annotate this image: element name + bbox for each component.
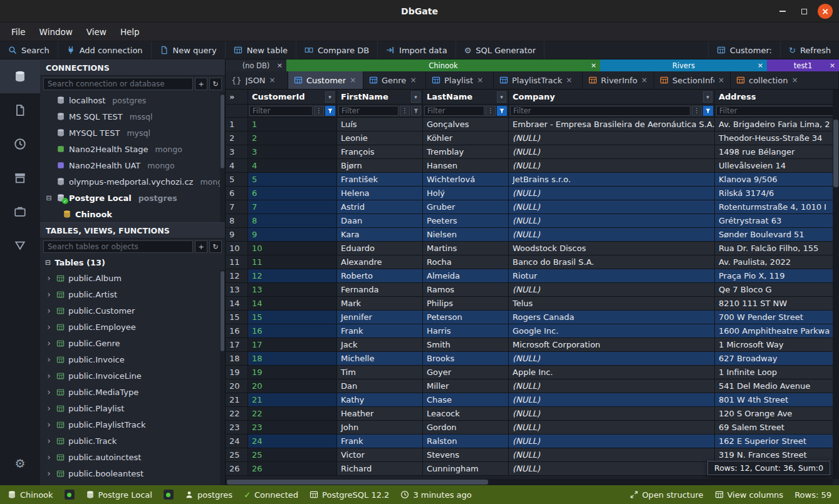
db-tab-test1[interactable]: test1×	[767, 59, 839, 71]
db-tab-no-db[interactable]: (no DB)×	[226, 59, 286, 71]
table-public-mediatype[interactable]: ›public.MediaType	[40, 384, 225, 400]
cell-firstname[interactable]: Kara	[337, 228, 423, 242]
chevron-right-icon[interactable]: ›	[45, 322, 53, 331]
chevron-right-icon[interactable]: ›	[45, 436, 53, 445]
menu-view[interactable]: View	[80, 25, 113, 39]
status-postgres[interactable]: postgres	[185, 490, 232, 500]
row-number[interactable]: 22	[226, 407, 248, 421]
chevron-right-icon[interactable]: ›	[45, 388, 53, 396]
status-3-minutes-ago[interactable]: 3 minutes ago	[400, 490, 471, 500]
cell-firstname[interactable]: Bjørn	[337, 159, 423, 173]
cell-customerid[interactable]: 12	[248, 269, 337, 283]
cell-customerid[interactable]: 13	[248, 283, 337, 297]
close-tab-icon[interactable]: ×	[566, 76, 572, 84]
cell-firstname[interactable]: Leonie	[337, 131, 423, 145]
cell-company[interactable]: Google Inc.	[509, 324, 715, 338]
toolbar-add-connection[interactable]: Add connection	[58, 41, 152, 59]
rail-archive[interactable]	[0, 161, 40, 195]
row-number[interactable]: 18	[226, 352, 248, 366]
rail-filters[interactable]	[0, 229, 40, 262]
filter-menu-button[interactable]: ⋮	[692, 106, 702, 116]
table-public-track[interactable]: ›public.Track	[40, 433, 225, 449]
toolbar-search[interactable]: Search	[0, 41, 58, 59]
row-number[interactable]: 6	[226, 187, 248, 200]
cell-lastname[interactable]: Harris	[423, 324, 509, 338]
status-view-columns[interactable]: View columns	[715, 490, 784, 500]
rail-history[interactable]	[0, 127, 40, 161]
cell-address[interactable]: Praça Pio X, 119	[715, 269, 839, 283]
chevron-right-icon[interactable]: ›	[45, 371, 53, 380]
close-tab-icon[interactable]: ×	[277, 62, 283, 69]
cell-lastname[interactable]: Stevens	[423, 448, 509, 462]
cell-address[interactable]: Rotenturmstraße 4, 1010 I	[715, 200, 839, 214]
cell-address[interactable]: Rua Dr. Falcão Filho, 155	[715, 242, 839, 255]
close-tab-icon[interactable]: ×	[350, 76, 356, 84]
cell-lastname[interactable]: Gonçalves	[423, 118, 509, 131]
filter-input-lastname[interactable]	[424, 106, 484, 116]
cell-customerid[interactable]: 14	[248, 297, 337, 311]
row-number[interactable]: 23	[226, 421, 248, 435]
tab-sectioninfo[interactable]: SectionInfo×	[654, 71, 731, 89]
status-chinook[interactable]: Chinook	[8, 490, 53, 500]
cell-address[interactable]: 319 N. Frances Street	[715, 448, 839, 462]
row-number[interactable]: 4	[226, 159, 248, 173]
rail-settings[interactable]: ⚙	[0, 446, 40, 480]
cell-customerid[interactable]: 24	[248, 435, 337, 448]
column-header-address[interactable]: Address	[715, 90, 839, 105]
cell-firstname[interactable]: Fernanda	[337, 283, 423, 297]
cell-lastname[interactable]: Gruber	[423, 200, 509, 214]
row-number[interactable]: 11	[226, 255, 248, 269]
table-public-booleantest[interactable]: ›public.booleantest	[40, 465, 225, 481]
table-public-genre[interactable]: ›public.Genre	[40, 335, 225, 351]
cell-firstname[interactable]: Roberto	[337, 269, 423, 283]
rail-applications[interactable]	[0, 195, 40, 229]
status-indicator[interactable]	[65, 490, 75, 500]
cell-customerid[interactable]: 23	[248, 421, 337, 435]
cell-customerid[interactable]: 10	[248, 242, 337, 255]
cell-customerid[interactable]: 18	[248, 352, 337, 366]
column-dropdown-icon[interactable]: ▾	[703, 91, 712, 103]
toolbar-customer[interactable]: Customer:	[708, 41, 780, 59]
rail-files[interactable]	[0, 93, 40, 127]
grid-corner-cell[interactable]: »	[226, 90, 248, 105]
cell-customerid[interactable]: 4	[248, 159, 337, 173]
cell-lastname[interactable]: Köhler	[423, 131, 509, 145]
cell-lastname[interactable]: Nielsen	[423, 228, 509, 242]
table-public-autoinctest[interactable]: ›public.autoinctest	[40, 449, 225, 465]
cell-firstname[interactable]: Kathy	[337, 393, 423, 407]
status-postgresql-12-2[interactable]: PostgreSQL 12.2	[310, 490, 389, 500]
close-tab-icon[interactable]: ×	[791, 76, 798, 84]
cell-lastname[interactable]: Holý	[423, 187, 509, 200]
connection-postgre-local[interactable]: ⊟✓Postgre Localpostgres	[40, 190, 225, 206]
cell-address[interactable]: 69 Salem Street	[715, 421, 839, 435]
cell-address[interactable]: Grétrystraat 63	[715, 214, 839, 228]
row-number[interactable]: 5	[226, 173, 248, 187]
row-number[interactable]: 12	[226, 269, 248, 283]
cell-address[interactable]: 1498 rue Bélanger	[715, 145, 839, 159]
cell-address[interactable]: 1600 Amphitheatre Parkwa	[715, 324, 839, 338]
connection-ms-sql-test[interactable]: MS SQL TESTmssql	[40, 108, 225, 125]
column-header-firstname[interactable]: FirstName▾	[337, 90, 423, 105]
cell-firstname[interactable]: František	[337, 173, 423, 187]
toolbar-sql-generator[interactable]: ⚙SQL Generator	[456, 41, 545, 59]
cell-company[interactable]: (NULL)	[509, 435, 715, 448]
toolbar-refresh[interactable]: ↻Refresh	[780, 41, 839, 59]
row-number[interactable]: 24	[226, 435, 248, 448]
cell-customerid[interactable]: 22	[248, 407, 337, 421]
cell-address[interactable]: Ullevålsveien 14	[715, 159, 839, 173]
cell-company[interactable]: Microsoft Corporation	[509, 338, 715, 352]
connection-mysql-test[interactable]: MYSQL TESTmysql	[40, 125, 225, 141]
cell-address[interactable]: 1 Infinite Loop	[715, 366, 839, 379]
cell-lastname[interactable]: Almeida	[423, 269, 509, 283]
row-number[interactable]: 3	[226, 145, 248, 159]
connections-add-button[interactable]: +	[195, 78, 207, 90]
tab-json[interactable]: {}JSON×	[226, 71, 288, 89]
cell-lastname[interactable]: Chase	[423, 393, 509, 407]
filter-input-company[interactable]	[510, 106, 690, 116]
cell-address[interactable]: Av. Brigadeiro Faria Lima, 2	[715, 118, 839, 131]
tab-playlisttrack[interactable]: PlaylistTrack×	[494, 71, 583, 89]
cell-customerid[interactable]: 8	[248, 214, 337, 228]
cell-address[interactable]: Sønder Boulevard 51	[715, 228, 839, 242]
table-public-employee[interactable]: ›public.Employee	[40, 319, 225, 335]
cell-company[interactable]: (NULL)	[509, 214, 715, 228]
